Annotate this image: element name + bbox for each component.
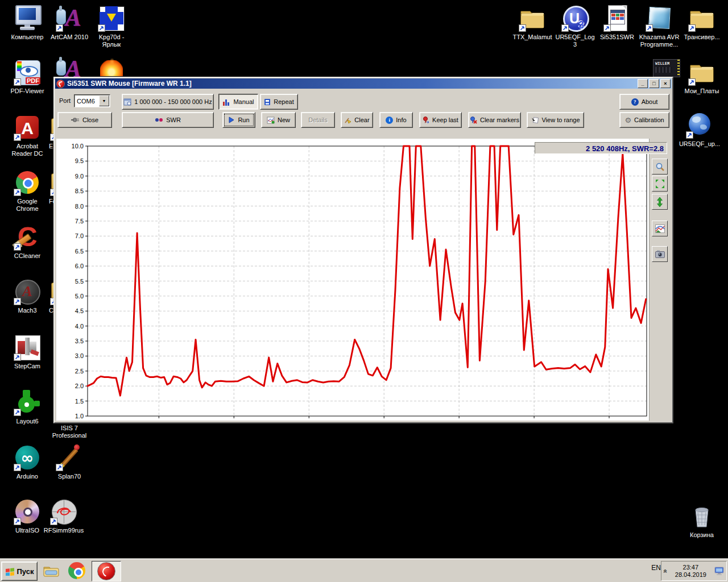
- desktop-icon-arduino[interactable]: ∞Arduino: [6, 444, 49, 480]
- desktop-icon-artcam[interactable]: AArtCAM 2010: [48, 5, 91, 41]
- close-window-button[interactable]: ×: [660, 79, 671, 88]
- clock-time: 23:47: [669, 564, 713, 571]
- language-indicator[interactable]: EN: [651, 564, 661, 572]
- desktop-icon-ur5eqf-log3[interactable]: U3UR5EQF_Log 3: [553, 5, 597, 48]
- desktop-icon-splan70[interactable]: Splan70: [48, 444, 91, 480]
- port-combobox[interactable]: COM6 ▼: [74, 94, 110, 107]
- desktop-icon-label: Si5351SWR: [595, 34, 639, 41]
- new-button[interactable]: New: [261, 112, 296, 128]
- chrome-icon: [68, 562, 85, 579]
- desktop-icon-label: TTX_Malamut: [511, 34, 554, 41]
- recycle-icon: [688, 502, 715, 530]
- details-button[interactable]: Details: [301, 112, 335, 128]
- manual-label: Manual: [233, 98, 254, 105]
- ultraiso-icon: [14, 498, 41, 525]
- repeat-label: Repeat: [274, 98, 293, 105]
- clock[interactable]: 23:47 28.04.2019: [669, 564, 713, 579]
- pdf-viewer-icon: PDF: [14, 59, 41, 86]
- desktop-icon-moi-platy[interactable]: Мои_Платы: [680, 59, 723, 95]
- clear-button[interactable]: Clear: [341, 112, 373, 128]
- window-titlebar[interactable]: Si5351 SWR Mouse [Firmware WR 1.1] _ □ ×: [55, 78, 672, 89]
- desktop-icon-recycle[interactable]: Корзина: [680, 502, 723, 539]
- about-button[interactable]: ? About: [619, 94, 669, 110]
- close-button[interactable]: Close: [57, 112, 112, 128]
- quicklaunch-folder-button[interactable]: [40, 561, 63, 580]
- run-button[interactable]: Run: [222, 112, 255, 128]
- desktop-icon-chrome[interactable]: Google Chrome: [6, 169, 49, 213]
- desktop-icon-label: Трансивер...: [680, 34, 723, 41]
- swr-chart[interactable]: 1.01.52.02.53.03.54.04.55.05.56.06.57.07…: [56, 139, 671, 421]
- graph-image-icon: [655, 225, 665, 233]
- desktop-icon-mach3[interactable]: AMach3: [6, 278, 49, 314]
- desktop-icon-ttx-malamut[interactable]: TTX_Malamut: [511, 5, 554, 41]
- svg-text:1.0: 1.0: [75, 413, 84, 419]
- about-label: About: [642, 98, 658, 105]
- swr-app-icon: [97, 562, 115, 580]
- desktop-icon-label: Компьютер: [6, 34, 49, 41]
- question-icon: ?: [631, 98, 639, 106]
- desktop-icon-stepcam[interactable]: StepCam: [6, 334, 49, 370]
- desktop-icon-computer[interactable]: Компьютер: [6, 5, 49, 41]
- desktop-icon-khazama[interactable]: Khazama AVR Programme...: [638, 5, 681, 48]
- clock-date: 28.04.2019: [669, 571, 713, 579]
- desktop-icon-ccleaner[interactable]: CCCleaner: [6, 223, 49, 260]
- svg-text:7.5: 7.5: [75, 218, 84, 225]
- desktop-icon-ultraiso[interactable]: UltraISO: [6, 498, 49, 534]
- desktop: КорзинаUR5EQF_up...WILLEMМои_ПлатыТранси…: [0, 0, 728, 582]
- desktop-icon-label: Khazama AVR Programme...: [638, 34, 681, 48]
- manual-button[interactable]: Manual: [218, 94, 258, 110]
- display-tray-icon[interactable]: [714, 567, 725, 576]
- svg-text:9.5: 9.5: [75, 157, 84, 164]
- transiver-icon: [688, 5, 715, 32]
- view-to-range-button[interactable]: View to range: [527, 112, 584, 128]
- quicklaunch-chrome-button[interactable]: [64, 561, 89, 580]
- start-button[interactable]: Пуск: [1, 562, 38, 581]
- minimize-button[interactable]: _: [638, 79, 648, 88]
- keep-last-button[interactable]: Keep last: [419, 112, 462, 128]
- range-button[interactable]: 1 000 000 - 150 000 000 Hz: [122, 94, 214, 110]
- desktop-icon-si5351swr[interactable]: Si5351SWR: [595, 5, 639, 41]
- app-icon: [56, 80, 65, 88]
- desktop-icon-label: Google Chrome: [6, 198, 49, 213]
- maximize-button[interactable]: □: [649, 79, 659, 88]
- svg-text:8.5: 8.5: [75, 188, 84, 194]
- desktop-icon-label: Arduino: [6, 473, 49, 480]
- keep-last-label: Keep last: [432, 117, 458, 123]
- desktop-icon-ur5eqf-up[interactable]: UR5EQF_up...: [678, 111, 721, 148]
- desktop-icon-kpg70d[interactable]: Kpg70d - Ярлык: [90, 5, 133, 48]
- desktop-icon-label: UR5EQF_Log 3: [553, 34, 597, 48]
- port-value: COM6: [75, 98, 98, 105]
- new-label: New: [278, 117, 290, 123]
- chevron-down-icon[interactable]: ▼: [99, 95, 109, 106]
- desktop-icon-transiver[interactable]: Трансивер...: [680, 5, 723, 41]
- desktop-icon-pdf-viewer[interactable]: PDFPDF-Viewer: [6, 59, 49, 95]
- chart-side-toolbar: [649, 139, 671, 421]
- svg-text:8.0: 8.0: [75, 203, 84, 210]
- desktop-icon-layout6[interactable]: Layout6: [6, 389, 49, 425]
- calibration-button[interactable]: ⚙ Calibration: [619, 112, 669, 128]
- task-swr-app-button[interactable]: [92, 561, 121, 581]
- save-graph-button[interactable]: [652, 221, 668, 236]
- screenshot-button[interactable]: [652, 246, 668, 262]
- tray-chevron-icon[interactable]: »: [661, 569, 669, 573]
- clear-markers-button[interactable]: Clear markers: [468, 112, 521, 128]
- desktop-icon-label: Mach3: [6, 307, 49, 314]
- swr-button[interactable]: SWR: [122, 112, 214, 128]
- swr-trace: [88, 146, 646, 396]
- view-range-icon: [531, 117, 539, 124]
- info-button[interactable]: i Info: [379, 112, 413, 128]
- svg-text:3.0: 3.0: [75, 352, 84, 359]
- svg-text:7.0: 7.0: [75, 232, 84, 239]
- port-label: Port: [59, 97, 71, 104]
- kpg70d-icon: [98, 5, 125, 32]
- range-label: 1 000 000 - 150 000 000 Hz: [134, 98, 212, 105]
- system-tray: » 23:47 28.04.2019: [661, 561, 727, 581]
- svg-text:6.5: 6.5: [75, 248, 84, 255]
- desktop-icon-acrobat[interactable]: AAcrobat Reader DC: [6, 114, 49, 157]
- desktop-icon-label: StepCam: [6, 363, 49, 370]
- vertical-scale-button[interactable]: [652, 194, 668, 210]
- fit-view-button[interactable]: [652, 176, 668, 192]
- desktop-icon-label: Kpg70d - Ярлык: [90, 34, 133, 48]
- repeat-button[interactable]: Repeat: [260, 94, 298, 110]
- zoom-button[interactable]: [652, 159, 668, 174]
